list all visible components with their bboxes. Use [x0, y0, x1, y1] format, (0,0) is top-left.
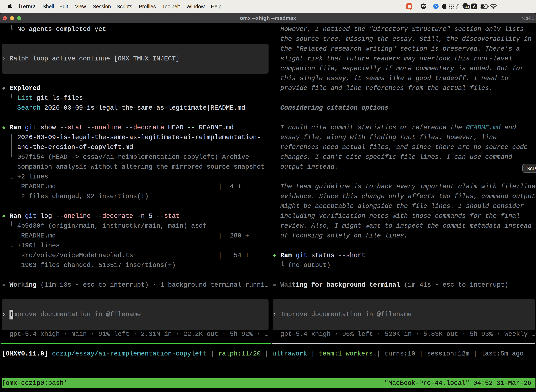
svg-text:1: 1: [531, 16, 534, 21]
